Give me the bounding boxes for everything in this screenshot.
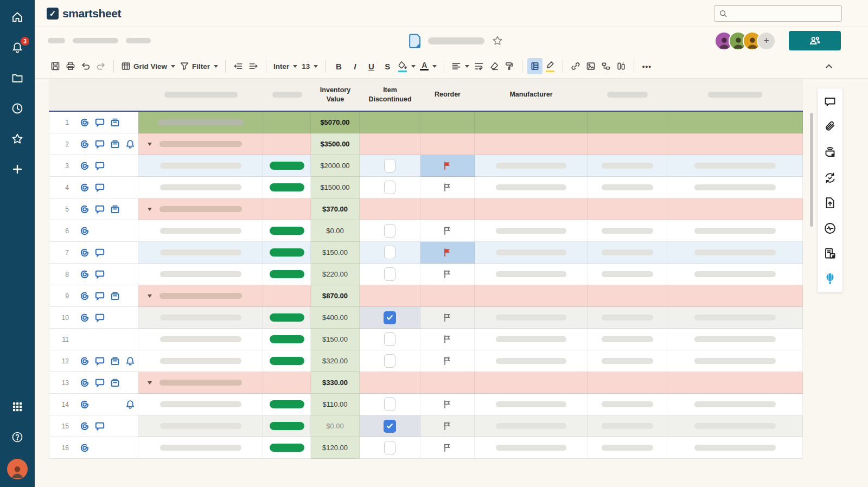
column-header-reorder[interactable]: Reorder [420, 79, 475, 111]
row-header-cell[interactable]: 3 [49, 155, 138, 177]
cell-reorder[interactable] [420, 264, 475, 285]
cell-primary[interactable] [138, 285, 263, 307]
cell-inventory-value[interactable]: $150.00 [311, 242, 360, 264]
comment-icon[interactable] [95, 161, 105, 171]
smartsheet-logo[interactable]: ✓ smartsheet [47, 7, 121, 20]
share-button[interactable] [789, 31, 841, 50]
cell-reorder[interactable] [420, 285, 475, 307]
cell-primary[interactable] [138, 394, 263, 415]
insert-image-button[interactable] [583, 58, 598, 74]
row-header-cell[interactable]: 12 [49, 350, 138, 372]
attachment-icon[interactable] [80, 378, 90, 388]
redo-button[interactable] [93, 58, 108, 74]
cell-item-discontinued[interactable] [360, 155, 420, 177]
cell-status[interactable] [263, 415, 311, 437]
cell-status[interactable] [263, 285, 311, 307]
search-input[interactable] [731, 9, 837, 17]
flag-gray-icon[interactable] [443, 400, 452, 409]
cell-item-discontinued[interactable] [360, 177, 420, 198]
view-switcher[interactable]: Grid View [119, 58, 177, 74]
collapse-row-icon[interactable] [148, 294, 152, 298]
cell-item-discontinued[interactable] [360, 198, 420, 220]
cell-item-discontinued[interactable] [360, 350, 420, 372]
cell-extra-1[interactable] [588, 415, 667, 437]
proof-icon[interactable] [110, 118, 120, 127]
cell-reorder[interactable] [420, 133, 475, 155]
cell-inventory-value[interactable]: $5070.00 [311, 112, 360, 133]
cell-extra-2[interactable] [667, 177, 803, 198]
cell-extra-2[interactable] [667, 242, 803, 264]
comment-icon[interactable] [95, 378, 105, 388]
cell-primary[interactable] [138, 177, 263, 198]
cell-extra-1[interactable] [588, 220, 667, 242]
cell-manufacturer[interactable] [475, 394, 588, 415]
comment-icon[interactable] [95, 291, 105, 301]
cell-extra-1[interactable] [588, 133, 667, 155]
cell-primary[interactable] [138, 329, 263, 350]
comment-icon[interactable] [95, 248, 105, 258]
cell-extra-1[interactable] [588, 329, 667, 350]
proof-icon[interactable] [110, 378, 120, 388]
cell-item-discontinued[interactable] [360, 415, 420, 437]
bold-button[interactable]: B [330, 58, 347, 74]
help-nav[interactable] [9, 428, 26, 446]
column-header-inventory-value[interactable]: Inventory Value [311, 79, 360, 111]
bell-icon[interactable] [125, 400, 135, 409]
recents-nav[interactable] [9, 100, 26, 117]
attachment-icon[interactable] [80, 421, 90, 431]
checkbox-unchecked[interactable] [384, 159, 395, 172]
cell-extra-1[interactable] [588, 437, 667, 459]
row-header-cell[interactable]: 6 [49, 220, 138, 242]
cell-item-discontinued[interactable] [360, 264, 420, 285]
wrap-text-button[interactable] [471, 58, 487, 74]
cell-reorder[interactable] [420, 415, 475, 437]
cell-manufacturer[interactable] [475, 198, 588, 220]
cell-reorder[interactable] [420, 350, 475, 372]
cell-status[interactable] [263, 394, 311, 415]
cell-reorder[interactable] [420, 307, 475, 329]
flag-gray-icon[interactable] [443, 421, 452, 431]
cell-manufacturer[interactable] [475, 437, 588, 459]
checkbox-unchecked[interactable] [384, 354, 395, 368]
cell-manufacturer[interactable] [475, 264, 588, 285]
cell-primary[interactable] [138, 112, 263, 133]
cell-manufacturer[interactable] [475, 307, 588, 329]
cell-extra-1[interactable] [588, 307, 667, 329]
collapse-toolbar-button[interactable] [821, 58, 837, 74]
cell-reorder[interactable] [420, 329, 475, 350]
cell-item-discontinued[interactable] [360, 372, 420, 394]
cell-extra-1[interactable] [588, 177, 667, 198]
apps-launcher-nav[interactable] [9, 398, 26, 415]
proof-icon[interactable] [110, 139, 120, 149]
cell-reorder[interactable] [420, 220, 475, 242]
cell-status[interactable] [263, 372, 311, 394]
cell-primary[interactable] [138, 220, 263, 242]
checkbox-unchecked[interactable] [384, 332, 395, 346]
attachment-icon[interactable] [80, 118, 90, 127]
attachment-icon[interactable] [80, 226, 90, 236]
cell-extra-1[interactable] [588, 372, 667, 394]
account-avatar[interactable] [7, 459, 28, 479]
proofs-icon[interactable] [824, 146, 837, 159]
cell-status[interactable] [263, 307, 311, 329]
cell-inventory-value[interactable]: $110.00 [311, 394, 360, 415]
cell-inventory-value[interactable]: $400.00 [311, 307, 360, 329]
cell-status[interactable] [263, 350, 311, 372]
publish-icon[interactable] [824, 196, 837, 209]
cell-item-discontinued[interactable] [360, 329, 420, 350]
row-header-cell[interactable]: 16 [49, 437, 138, 459]
proof-icon[interactable] [110, 356, 120, 366]
collapse-row-icon[interactable] [148, 381, 152, 385]
cell-inventory-value[interactable]: $0.00 [311, 415, 360, 437]
cell-item-discontinued[interactable] [360, 285, 420, 307]
comment-icon[interactable] [95, 118, 105, 127]
attachments-icon[interactable] [824, 121, 837, 134]
attachment-icon[interactable] [80, 270, 90, 279]
cell-inventory-value[interactable]: $870.00 [311, 285, 360, 307]
flag-red-icon[interactable] [443, 248, 452, 257]
checkbox-unchecked[interactable] [384, 181, 395, 194]
cell-status[interactable] [263, 220, 311, 242]
cell-primary[interactable] [138, 133, 263, 155]
flag-gray-icon[interactable] [443, 270, 452, 279]
proof-icon[interactable] [110, 291, 120, 301]
